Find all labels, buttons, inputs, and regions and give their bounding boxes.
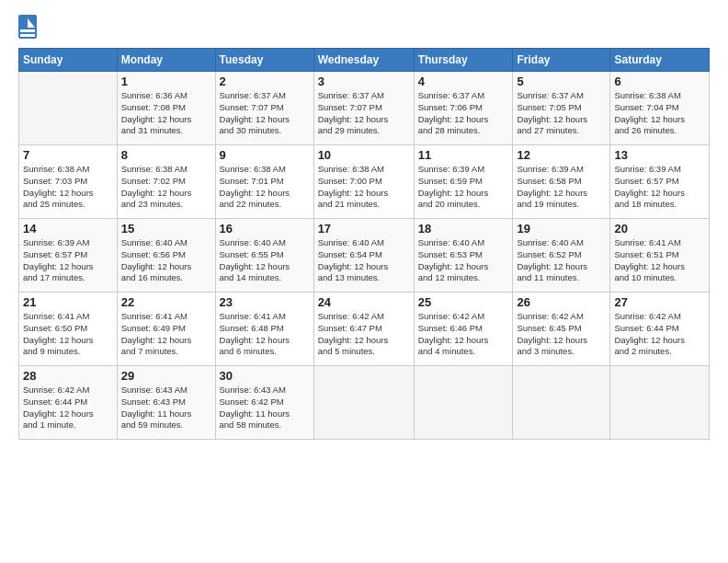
calendar-cell: 26Sunrise: 6:42 AM Sunset: 6:45 PM Dayli… <box>513 293 610 366</box>
calendar-cell: 12Sunrise: 6:39 AM Sunset: 6:58 PM Dayli… <box>513 145 610 219</box>
calendar-table: SundayMondayTuesdayWednesdayThursdayFrid… <box>18 48 710 440</box>
calendar-cell: 30Sunrise: 6:43 AM Sunset: 6:42 PM Dayli… <box>215 366 313 440</box>
day-number: 3 <box>318 75 410 88</box>
day-info: Sunrise: 6:41 AM Sunset: 6:50 PM Dayligh… <box>23 311 113 358</box>
calendar-cell: 25Sunrise: 6:42 AM Sunset: 6:46 PM Dayli… <box>414 293 513 366</box>
calendar-cell: 8Sunrise: 6:38 AM Sunset: 7:02 PM Daylig… <box>117 145 215 219</box>
calendar-cell: 19Sunrise: 6:40 AM Sunset: 6:52 PM Dayli… <box>513 219 610 293</box>
calendar-cell: 9Sunrise: 6:38 AM Sunset: 7:01 PM Daylig… <box>215 145 313 219</box>
calendar-cell <box>313 366 414 440</box>
calendar-week-row: 14Sunrise: 6:39 AM Sunset: 6:57 PM Dayli… <box>19 219 710 293</box>
calendar-cell: 20Sunrise: 6:41 AM Sunset: 6:51 PM Dayli… <box>610 219 710 293</box>
day-info: Sunrise: 6:41 AM Sunset: 6:49 PM Dayligh… <box>121 311 211 358</box>
day-number: 9 <box>220 148 310 162</box>
weekday-header: Tuesday <box>215 49 313 72</box>
calendar-cell: 23Sunrise: 6:41 AM Sunset: 6:48 PM Dayli… <box>215 293 313 366</box>
calendar-cell <box>414 366 513 440</box>
day-number: 19 <box>517 222 606 236</box>
calendar-cell <box>610 366 710 440</box>
day-number: 22 <box>121 295 211 309</box>
day-number: 28 <box>23 369 113 383</box>
day-number: 5 <box>517 75 606 88</box>
day-number: 12 <box>517 148 606 162</box>
day-number: 23 <box>220 295 310 309</box>
calendar-cell: 1Sunrise: 6:36 AM Sunset: 7:08 PM Daylig… <box>117 72 215 145</box>
day-info: Sunrise: 6:37 AM Sunset: 7:06 PM Dayligh… <box>418 90 509 137</box>
day-info: Sunrise: 6:37 AM Sunset: 7:07 PM Dayligh… <box>318 90 410 137</box>
day-number: 6 <box>614 75 705 88</box>
calendar-cell: 5Sunrise: 6:37 AM Sunset: 7:05 PM Daylig… <box>513 72 610 145</box>
weekday-header: Friday <box>513 49 610 72</box>
calendar-cell: 13Sunrise: 6:39 AM Sunset: 6:57 PM Dayli… <box>610 145 710 219</box>
day-number: 24 <box>318 295 410 309</box>
day-info: Sunrise: 6:41 AM Sunset: 6:48 PM Dayligh… <box>220 311 310 358</box>
day-number: 2 <box>220 75 310 88</box>
day-number: 16 <box>220 222 310 236</box>
day-number: 8 <box>121 148 211 162</box>
calendar-cell: 22Sunrise: 6:41 AM Sunset: 6:49 PM Dayli… <box>117 293 215 366</box>
calendar-cell: 11Sunrise: 6:39 AM Sunset: 6:59 PM Dayli… <box>414 145 513 219</box>
calendar-cell: 16Sunrise: 6:40 AM Sunset: 6:55 PM Dayli… <box>215 219 313 293</box>
weekday-header: Sunday <box>19 49 118 72</box>
day-number: 15 <box>121 222 211 236</box>
day-info: Sunrise: 6:40 AM Sunset: 6:54 PM Dayligh… <box>318 237 410 284</box>
day-info: Sunrise: 6:37 AM Sunset: 7:05 PM Dayligh… <box>517 90 606 137</box>
day-info: Sunrise: 6:43 AM Sunset: 6:43 PM Dayligh… <box>121 385 211 431</box>
day-number: 26 <box>517 295 606 309</box>
weekday-header-row: SundayMondayTuesdayWednesdayThursdayFrid… <box>19 49 710 72</box>
day-info: Sunrise: 6:38 AM Sunset: 7:02 PM Dayligh… <box>121 164 211 211</box>
calendar-cell: 10Sunrise: 6:38 AM Sunset: 7:00 PM Dayli… <box>313 145 414 219</box>
calendar-page: SundayMondayTuesdayWednesdayThursdayFrid… <box>0 0 728 563</box>
calendar-cell: 14Sunrise: 6:39 AM Sunset: 6:57 PM Dayli… <box>19 219 118 293</box>
calendar-cell <box>19 72 118 145</box>
day-number: 1 <box>121 75 211 88</box>
calendar-cell: 17Sunrise: 6:40 AM Sunset: 6:54 PM Dayli… <box>313 219 414 293</box>
day-info: Sunrise: 6:40 AM Sunset: 6:56 PM Dayligh… <box>121 237 211 284</box>
day-info: Sunrise: 6:40 AM Sunset: 6:52 PM Dayligh… <box>517 237 606 284</box>
day-number: 14 <box>23 222 113 236</box>
day-info: Sunrise: 6:42 AM Sunset: 6:44 PM Dayligh… <box>23 385 113 431</box>
day-number: 27 <box>614 295 705 309</box>
weekday-header: Wednesday <box>313 49 414 72</box>
calendar-cell: 21Sunrise: 6:41 AM Sunset: 6:50 PM Dayli… <box>19 293 118 366</box>
day-info: Sunrise: 6:39 AM Sunset: 6:59 PM Dayligh… <box>418 164 509 211</box>
calendar-week-row: 21Sunrise: 6:41 AM Sunset: 6:50 PM Dayli… <box>19 293 710 366</box>
weekday-header: Thursday <box>414 49 513 72</box>
calendar-cell: 27Sunrise: 6:42 AM Sunset: 6:44 PM Dayli… <box>610 293 710 366</box>
header <box>18 15 710 39</box>
day-info: Sunrise: 6:40 AM Sunset: 6:53 PM Dayligh… <box>418 237 509 284</box>
calendar-cell: 24Sunrise: 6:42 AM Sunset: 6:47 PM Dayli… <box>313 293 414 366</box>
day-info: Sunrise: 6:39 AM Sunset: 6:57 PM Dayligh… <box>614 164 705 211</box>
calendar-cell: 2Sunrise: 6:37 AM Sunset: 7:07 PM Daylig… <box>215 72 313 145</box>
calendar-cell: 29Sunrise: 6:43 AM Sunset: 6:43 PM Dayli… <box>117 366 215 440</box>
day-number: 7 <box>23 148 113 162</box>
calendar-cell: 7Sunrise: 6:38 AM Sunset: 7:03 PM Daylig… <box>19 145 118 219</box>
weekday-header: Saturday <box>610 49 710 72</box>
day-number: 17 <box>318 222 410 236</box>
day-info: Sunrise: 6:38 AM Sunset: 7:04 PM Dayligh… <box>614 90 705 137</box>
day-number: 13 <box>614 148 705 162</box>
day-number: 20 <box>614 222 705 236</box>
day-number: 10 <box>318 148 410 162</box>
day-info: Sunrise: 6:42 AM Sunset: 6:47 PM Dayligh… <box>318 311 410 358</box>
svg-rect-2 <box>20 29 35 32</box>
day-info: Sunrise: 6:42 AM Sunset: 6:44 PM Dayligh… <box>614 311 705 358</box>
day-info: Sunrise: 6:42 AM Sunset: 6:46 PM Dayligh… <box>418 311 509 358</box>
day-info: Sunrise: 6:41 AM Sunset: 6:51 PM Dayligh… <box>614 237 705 284</box>
day-info: Sunrise: 6:43 AM Sunset: 6:42 PM Dayligh… <box>220 385 310 431</box>
svg-rect-3 <box>20 34 35 37</box>
calendar-cell: 28Sunrise: 6:42 AM Sunset: 6:44 PM Dayli… <box>19 366 118 440</box>
calendar-cell <box>513 366 610 440</box>
weekday-header: Monday <box>117 49 215 72</box>
day-info: Sunrise: 6:36 AM Sunset: 7:08 PM Dayligh… <box>121 90 211 137</box>
day-info: Sunrise: 6:42 AM Sunset: 6:45 PM Dayligh… <box>517 311 606 358</box>
day-number: 18 <box>418 222 509 236</box>
day-info: Sunrise: 6:39 AM Sunset: 6:58 PM Dayligh… <box>517 164 606 211</box>
day-number: 29 <box>121 369 211 383</box>
day-number: 4 <box>418 75 509 88</box>
calendar-cell: 3Sunrise: 6:37 AM Sunset: 7:07 PM Daylig… <box>313 72 414 145</box>
logo <box>18 15 40 39</box>
calendar-week-row: 1Sunrise: 6:36 AM Sunset: 7:08 PM Daylig… <box>19 72 710 145</box>
day-number: 25 <box>418 295 509 309</box>
calendar-week-row: 7Sunrise: 6:38 AM Sunset: 7:03 PM Daylig… <box>19 145 710 219</box>
